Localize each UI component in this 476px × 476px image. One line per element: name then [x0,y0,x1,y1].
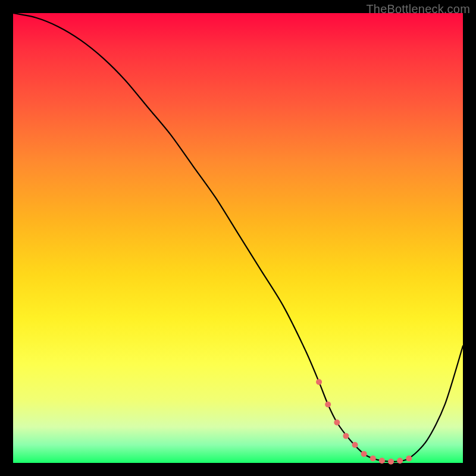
optimum-dot [352,442,358,448]
watermark-text: TheBottleneck.com [366,2,470,16]
optimum-dot [370,455,376,461]
optimum-dot [397,458,403,464]
optimum-dot [343,433,349,439]
curve-svg [13,13,463,463]
optimum-dot [388,459,394,465]
optimum-dot [361,451,367,457]
optimum-dot [325,402,331,408]
optimum-dot [379,458,385,464]
optimum-dot [334,419,340,425]
bottleneck-curve [13,13,463,462]
optimum-dot [316,379,322,385]
optimum-markers [316,379,412,465]
plot-area [13,13,463,463]
optimum-dot [406,455,412,461]
chart-frame: TheBottleneck.com [0,0,476,476]
